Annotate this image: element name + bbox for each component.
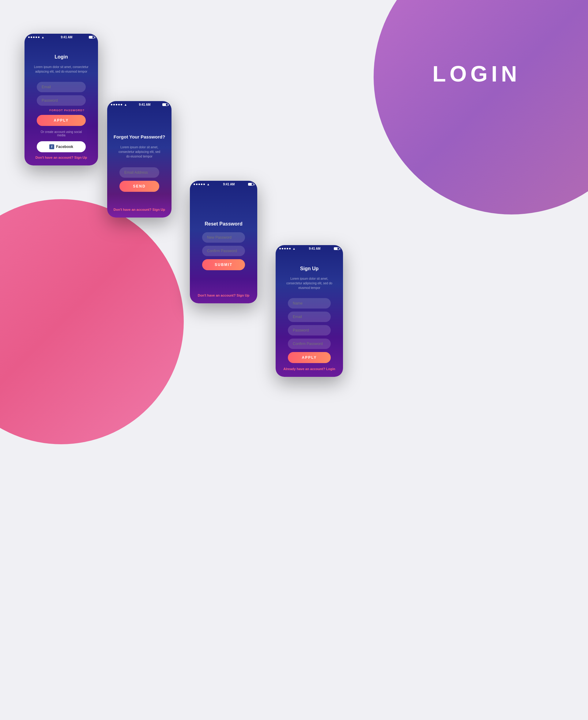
login-form: FORGOT PASSWORD? APPLY Or create account… bbox=[30, 82, 92, 152]
signup-login-link[interactable]: Login bbox=[326, 367, 335, 371]
signal-dot bbox=[30, 37, 32, 38]
status-time-reset: 9:41 AM bbox=[223, 183, 235, 186]
forgot-email-input[interactable] bbox=[120, 167, 159, 178]
signal-dot bbox=[287, 248, 288, 249]
signal-dot bbox=[198, 184, 200, 185]
page-title: LOGIN bbox=[433, 61, 521, 86]
phone-login: ▲ 9:41 AM Login Lorem ipsum dolor sit am… bbox=[24, 34, 98, 165]
status-bar-login: ▲ 9:41 AM bbox=[24, 34, 98, 41]
social-text: Or create account using social media bbox=[37, 130, 86, 137]
reset-title: Reset Password bbox=[205, 221, 243, 227]
login-title: Login bbox=[55, 54, 68, 60]
signal-area: ▲ bbox=[279, 247, 296, 250]
signal-area: ▲ bbox=[111, 103, 127, 106]
reset-signup-link[interactable]: Sign Up bbox=[237, 293, 250, 297]
status-time-forgot: 9:41 AM bbox=[139, 103, 150, 106]
signal-dot bbox=[201, 184, 203, 185]
phone-signup: ▲ 9:41 AM Sign Up Lorem ipsum dolor sit … bbox=[276, 245, 343, 377]
login-subtitle: Lorem ipsum dolor sit amet, consectetur … bbox=[30, 65, 92, 74]
signal-area: ▲ bbox=[28, 36, 44, 39]
login-password-input[interactable] bbox=[37, 95, 86, 106]
reset-bottom-text: Don't have an account? Sign Up bbox=[198, 293, 249, 297]
forgot-send-button[interactable]: SEND bbox=[120, 181, 159, 192]
decorative-circle-bottom bbox=[0, 199, 184, 444]
phone-forgot: ▲ 9:41 AM Forgot Your Password? Lorem ip… bbox=[107, 101, 171, 218]
reset-confirm-password-input[interactable] bbox=[202, 246, 245, 256]
reset-submit-button[interactable]: SUBMIT bbox=[202, 259, 245, 270]
status-time-signup: 9:41 AM bbox=[309, 247, 320, 250]
status-time-login: 9:41 AM bbox=[61, 36, 72, 39]
signup-apply-button[interactable]: APPLY bbox=[288, 352, 331, 363]
signal-dot bbox=[118, 104, 120, 105]
signal-dot bbox=[282, 248, 283, 249]
signup-form: APPLY bbox=[282, 298, 337, 363]
signal-dot bbox=[28, 37, 30, 38]
signup-title: Sign Up bbox=[300, 266, 318, 271]
login-email-input[interactable] bbox=[37, 82, 86, 92]
signal-dot bbox=[33, 37, 35, 38]
reset-screen: ▲ 9:41 AM Reset Password SUBMIT Don't ha… bbox=[190, 181, 257, 303]
signup-screen: ▲ 9:41 AM Sign Up Lorem ipsum dolor sit … bbox=[276, 245, 343, 377]
signal-dot bbox=[279, 248, 281, 249]
status-bar-reset: ▲ 9:41 AM bbox=[190, 181, 257, 188]
battery-fill bbox=[89, 36, 92, 38]
battery-icon-login bbox=[89, 36, 94, 39]
signal-dot bbox=[111, 104, 112, 105]
page-wrapper: LOGIN ▲ 9:41 AM Login L bbox=[0, 0, 588, 720]
login-screen: ▲ 9:41 AM Login Lorem ipsum dolor sit am… bbox=[24, 34, 98, 165]
signal-area: ▲ bbox=[193, 183, 210, 186]
reset-form: SUBMIT bbox=[196, 232, 251, 270]
forgot-screen: ▲ 9:41 AM Forgot Your Password? Lorem ip… bbox=[107, 101, 171, 218]
signal-dot bbox=[38, 37, 40, 38]
forgot-form: SEND bbox=[113, 167, 165, 192]
signal-dot bbox=[116, 104, 117, 105]
signal-dot bbox=[203, 184, 205, 185]
wifi-icon: ▲ bbox=[41, 36, 44, 39]
battery-icon-signup bbox=[334, 247, 339, 250]
login-bottom-text: Don't have an account? Sign Up bbox=[36, 156, 87, 159]
decorative-circle-top bbox=[374, 0, 588, 214]
signup-name-input[interactable] bbox=[288, 298, 331, 309]
signal-dot bbox=[36, 37, 37, 38]
forgot-bottom-text: Don't have an account? Sign Up bbox=[113, 208, 165, 211]
status-bar-forgot: ▲ 9:41 AM bbox=[107, 101, 171, 108]
login-apply-button[interactable]: APPLY bbox=[37, 115, 86, 126]
signal-dot bbox=[284, 248, 286, 249]
forgot-title: Forgot Your Password? bbox=[113, 134, 165, 139]
signal-dot bbox=[196, 184, 197, 185]
signal-dot bbox=[113, 104, 115, 105]
battery-icon-reset bbox=[248, 183, 254, 186]
login-signup-link[interactable]: Sign Up bbox=[75, 156, 87, 159]
battery-fill bbox=[163, 104, 166, 106]
signup-subtitle: Lorem ipsum dolor sit amet, consectetur … bbox=[282, 276, 337, 290]
status-bar-signup: ▲ 9:41 AM bbox=[276, 245, 343, 252]
battery-fill bbox=[334, 248, 337, 250]
battery-fill bbox=[248, 183, 252, 185]
facebook-icon: f bbox=[49, 144, 54, 149]
signup-confirm-password-input[interactable] bbox=[288, 338, 331, 349]
signal-dot bbox=[121, 104, 122, 105]
signal-dot bbox=[289, 248, 291, 249]
forgot-signup-link[interactable]: Sign Up bbox=[152, 208, 165, 211]
forgot-subtitle: Lorem ipsum dolor sit amet, consectetur … bbox=[113, 145, 165, 159]
signup-password-input[interactable] bbox=[288, 325, 331, 335]
wifi-icon: ▲ bbox=[207, 183, 210, 186]
wifi-icon: ▲ bbox=[292, 247, 296, 250]
battery-icon-forgot bbox=[162, 103, 168, 106]
signal-dot bbox=[193, 184, 195, 185]
facebook-button[interactable]: f Facebook bbox=[37, 141, 86, 152]
signup-bottom-text: Already have an account? Login bbox=[283, 367, 335, 371]
phone-reset: ▲ 9:41 AM Reset Password SUBMIT Don't ha… bbox=[190, 181, 257, 303]
reset-new-password-input[interactable] bbox=[202, 232, 245, 243]
wifi-icon: ▲ bbox=[124, 103, 127, 106]
signup-email-input[interactable] bbox=[288, 312, 331, 322]
forgot-password-link[interactable]: FORGOT PASSWORD? bbox=[37, 109, 86, 112]
facebook-label: Facebook bbox=[56, 145, 73, 149]
